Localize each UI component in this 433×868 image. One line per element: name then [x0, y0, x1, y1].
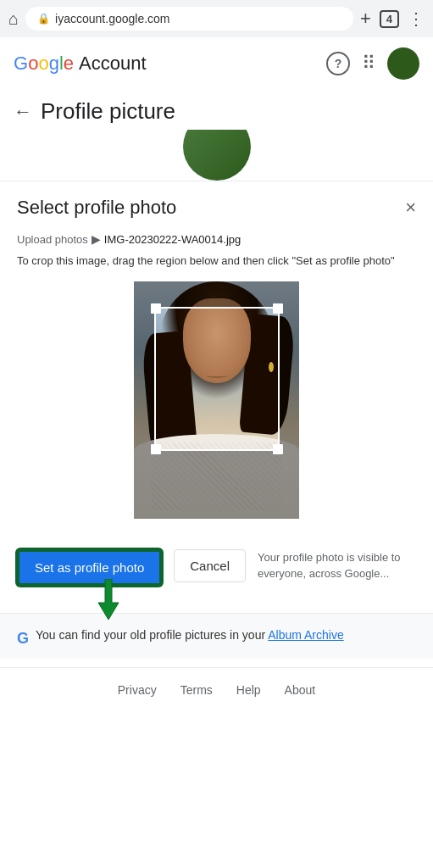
plus-icon[interactable]: +: [360, 8, 371, 30]
home-icon[interactable]: ⌂: [8, 9, 19, 29]
breadcrumb-parent[interactable]: Upload photos: [17, 233, 88, 246]
set-profile-photo-button[interactable]: Set as profile photo: [17, 549, 162, 586]
crop-image-wrapper[interactable]: [134, 281, 299, 519]
help-icon[interactable]: ?: [326, 52, 350, 75]
page-title: Profile picture: [41, 98, 175, 125]
cancel-button[interactable]: Cancel: [174, 549, 246, 582]
crop-handle-tr[interactable]: [273, 303, 283, 314]
crop-handle-tl[interactable]: [151, 303, 161, 314]
privacy-link[interactable]: Privacy: [118, 683, 157, 697]
google-account-label: Account: [79, 53, 147, 75]
profile-preview-area: [0, 130, 433, 181]
album-info-text: You can find your old profile pictures i…: [36, 626, 344, 644]
modal-header: Select profile photo ×: [0, 181, 433, 227]
g-logo-small: G: [17, 626, 29, 651]
crop-handle-br[interactable]: [273, 444, 283, 454]
breadcrumb-current: IMG-20230222-WA0014.jpg: [104, 233, 241, 246]
help-link[interactable]: Help: [236, 683, 261, 697]
back-arrow-icon[interactable]: ←: [14, 101, 32, 123]
help-question-mark: ?: [335, 57, 342, 70]
url-bar[interactable]: 🔒 iyaccount.google.com: [25, 7, 353, 31]
dress-lace: [151, 442, 282, 510]
visibility-note: Your profile photo is visible to everyon…: [258, 549, 416, 582]
apps-grid-icon[interactable]: ⠿: [362, 53, 375, 75]
svg-marker-0: [98, 579, 119, 620]
lock-icon: 🔒: [37, 13, 50, 25]
terms-link[interactable]: Terms: [180, 683, 213, 697]
breadcrumb-separator: ▶: [92, 232, 101, 246]
album-archive-link[interactable]: Album Archive: [268, 628, 343, 642]
browser-chrome: ⌂ 🔒 iyaccount.google.com + 4 ⋮: [0, 0, 433, 37]
back-navigation: ← Profile picture: [0, 90, 433, 130]
user-avatar[interactable]: [387, 47, 419, 80]
green-arrow-annotation: [92, 579, 125, 623]
page-footer: Privacy Terms Help About: [0, 667, 433, 712]
more-options-icon[interactable]: ⋮: [408, 8, 425, 29]
header-icons: ? ⠿: [326, 47, 419, 80]
google-logo: Google: [14, 53, 74, 75]
image-crop-container: [0, 281, 433, 536]
select-photo-modal: Select profile photo × Upload photos ▶ I…: [0, 181, 433, 598]
about-link[interactable]: About: [285, 683, 316, 697]
url-text: iyaccount.google.com: [55, 12, 169, 25]
close-button[interactable]: ×: [405, 198, 416, 217]
tab-count[interactable]: 4: [380, 10, 399, 28]
profile-preview-circle: [183, 130, 251, 181]
album-info-before: You can find your old profile pictures i…: [36, 628, 265, 642]
album-archive-info: G You can find your old profile pictures…: [0, 613, 433, 659]
google-account-header: Google Account ? ⠿: [0, 37, 433, 90]
browser-actions: + 4 ⋮: [360, 8, 425, 30]
crop-instruction: To crop this image, drag the region belo…: [0, 249, 433, 281]
buttons-area: Set as profile photo Cancel Your profile…: [0, 536, 433, 598]
breadcrumb: Upload photos ▶ IMG-20230222-WA0014.jpg: [0, 227, 433, 249]
crop-handle-bl[interactable]: [151, 444, 161, 454]
modal-title: Select profile photo: [17, 197, 176, 219]
crop-selection-overlay[interactable]: [154, 307, 280, 451]
